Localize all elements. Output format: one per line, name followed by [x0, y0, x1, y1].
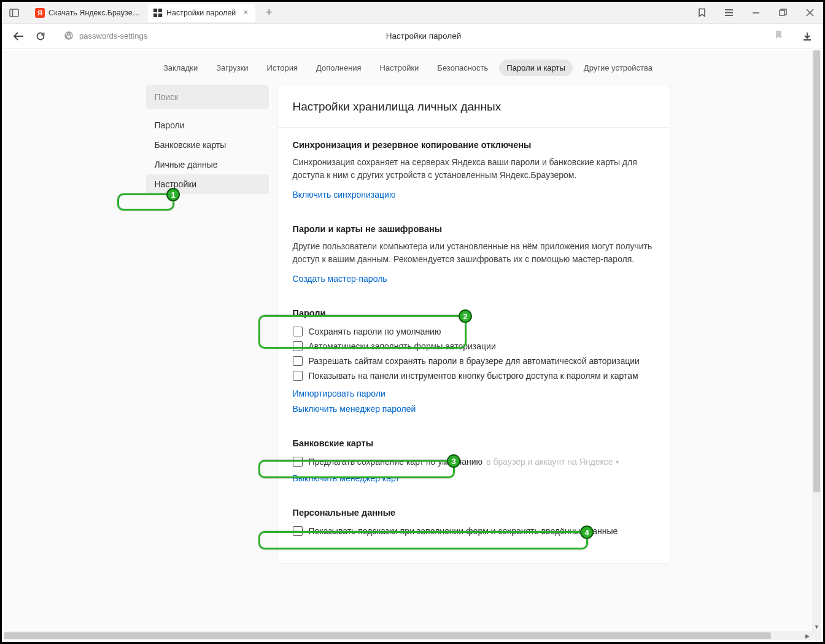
- settings-nav-item[interactable]: Загрузки: [209, 60, 255, 76]
- disable-card-manager-link[interactable]: Выключить менеджер карт: [293, 473, 400, 483]
- settings-nav-item[interactable]: Закладки: [156, 60, 205, 76]
- settings-nav-item[interactable]: История: [260, 60, 305, 76]
- window-maximize-button[interactable]: [769, 2, 796, 24]
- scrollbar-thumb[interactable]: [4, 632, 771, 639]
- scroll-right-arrow-icon[interactable]: ▶: [803, 631, 812, 640]
- svg-rect-14: [67, 35, 71, 38]
- yandex-favicon-icon: Я: [35, 8, 45, 18]
- new-tab-button[interactable]: +: [260, 4, 277, 21]
- sidebar-item[interactable]: Личные данные: [146, 155, 269, 174]
- cards-heading: Банковские карты: [293, 438, 655, 448]
- sync-heading: Синхронизация и резервное копирование от…: [293, 140, 655, 150]
- panel-toggle-button[interactable]: [6, 4, 23, 21]
- sidebar-item[interactable]: Банковские карты: [146, 135, 269, 155]
- svg-rect-0: [10, 9, 18, 17]
- sync-description: Синхронизация сохраняет на серверах Янде…: [293, 156, 655, 182]
- checkbox-icon: [293, 457, 303, 467]
- downloads-button[interactable]: [799, 28, 816, 45]
- browser-tab-inactive[interactable]: Я Скачать Яндекс.Браузер д: [30, 4, 147, 22]
- settings-body: Поиск ПаролиБанковские картыЛичные данны…: [4, 85, 812, 564]
- scroll-down-arrow-icon[interactable]: ▼: [812, 622, 821, 631]
- checkbox-icon: [293, 356, 303, 366]
- sidebar-item[interactable]: Настройки: [146, 174, 269, 194]
- passwords-heading: Пароли: [293, 308, 655, 318]
- back-button[interactable]: [9, 27, 28, 45]
- svg-rect-3: [158, 9, 162, 12]
- checkbox-label: Разрешать сайтам сохранять пароли в брау…: [309, 356, 640, 366]
- checkbox-save-cards[interactable]: Предлагать сохранение карт по умолчанию …: [293, 454, 655, 469]
- encryption-description: Другие пользователи компьютера или устан…: [293, 240, 655, 266]
- site-info-icon[interactable]: [64, 31, 74, 41]
- vertical-scrollbar[interactable]: ▲ ▼: [812, 50, 821, 631]
- settings-nav-item[interactable]: Другие устройства: [576, 60, 660, 76]
- address-bar: passwords-settings Настройки паролей: [2, 24, 823, 48]
- svg-rect-10: [780, 10, 784, 15]
- create-master-password-link[interactable]: Создать мастер-пароль: [293, 274, 387, 284]
- tab-label: Настройки паролей: [166, 9, 236, 17]
- svg-rect-4: [153, 14, 157, 17]
- checkbox-label: Показывать на панели инструментов кнопку…: [309, 371, 638, 381]
- checkbox-save-passwords[interactable]: Сохранять пароли по умолчанию: [293, 324, 655, 339]
- personal-section: Персональные данные Показывать подсказки…: [293, 508, 655, 538]
- settings-favicon-icon: [153, 8, 163, 18]
- enable-sync-link[interactable]: Включить синхронизацию: [293, 190, 396, 200]
- checkbox-icon: [293, 526, 303, 536]
- browser-tab-active[interactable]: Настройки паролей ×: [148, 4, 255, 22]
- bookmark-button[interactable]: [775, 30, 783, 42]
- checkbox-icon: [293, 371, 303, 381]
- checkbox-label: Автоматически заполнять формы авторизаци…: [309, 341, 496, 351]
- window-controls: [688, 2, 823, 24]
- window-minimize-button[interactable]: [742, 2, 769, 24]
- settings-search-input[interactable]: Поиск: [146, 85, 269, 109]
- personal-heading: Персональные данные: [293, 508, 655, 518]
- sidebar-item[interactable]: Пароли: [146, 115, 269, 135]
- settings-nav-item[interactable]: Настройки: [373, 60, 427, 76]
- encryption-heading: Пароли и карты не зашифрованы: [293, 224, 655, 234]
- checkbox-show-toolbar-button[interactable]: Показывать на панели инструментов кнопку…: [293, 368, 655, 383]
- address-text: passwords-settings: [79, 31, 147, 41]
- content-viewport: ЗакладкиЗагрузкиИсторияДополненияНастрой…: [4, 50, 812, 631]
- checkbox-label: Сохранять пароли по умолчанию: [309, 327, 441, 336]
- settings-nav-item[interactable]: Дополнения: [309, 60, 369, 76]
- svg-rect-5: [158, 14, 162, 17]
- window-close-button[interactable]: [796, 2, 823, 24]
- checkbox-autofill-forms[interactable]: Автоматически заполнять формы авторизаци…: [293, 339, 655, 354]
- checkbox-label: Показывать подсказки при заполнении форм…: [309, 526, 618, 536]
- scrollbar-thumb[interactable]: [813, 50, 820, 492]
- checkbox-show-form-hints[interactable]: Показывать подсказки при заполнении форм…: [293, 524, 655, 538]
- chevron-down-icon[interactable]: ▾: [616, 459, 619, 465]
- sync-section: Синхронизация и резервное копирование от…: [293, 140, 655, 204]
- settings-nav-item[interactable]: Безопасность: [430, 60, 495, 76]
- svg-rect-2: [153, 9, 157, 12]
- passwords-section: Пароли Сохранять пароли по умолчанию Авт…: [293, 308, 655, 419]
- menu-button[interactable]: [715, 2, 742, 24]
- panel-title: Настройки хранилища личных данных: [293, 100, 655, 114]
- checkbox-label: Предлагать сохранение карт по умолчанию: [309, 457, 483, 467]
- tab-close-button[interactable]: ×: [241, 8, 250, 18]
- disable-password-manager-link[interactable]: Выключить менеджер паролей: [293, 404, 416, 414]
- encryption-section: Пароли и карты не зашифрованы Другие пол…: [293, 224, 655, 289]
- checkbox-icon: [293, 327, 303, 336]
- settings-top-nav: ЗакладкиЗагрузкиИсторияДополненияНастрой…: [4, 50, 812, 85]
- settings-main-panel: Настройки хранилища личных данных Синхро…: [277, 85, 670, 564]
- checkbox-allow-sites-save[interactable]: Разрешать сайтам сохранять пароли в брау…: [293, 354, 655, 368]
- reload-button[interactable]: [31, 27, 50, 45]
- page-title-centered: Настройки паролей: [386, 31, 461, 41]
- bookmarks-tray-button[interactable]: [688, 2, 715, 24]
- tab-strip: Я Скачать Яндекс.Браузер д Настройки пар…: [2, 2, 823, 24]
- settings-sidebar: Поиск ПаролиБанковские картыЛичные данны…: [146, 85, 269, 564]
- horizontal-scrollbar[interactable]: ◀ ▶: [4, 631, 812, 640]
- tab-label: Скачать Яндекс.Браузер д: [48, 9, 142, 17]
- checkbox-icon: [293, 341, 303, 351]
- omnibox[interactable]: passwords-settings Настройки паролей: [58, 27, 789, 45]
- cards-section: Банковские карты Предлагать сохранение к…: [293, 438, 655, 488]
- search-placeholder: Поиск: [155, 92, 179, 102]
- settings-nav-item[interactable]: Пароли и карты: [499, 60, 573, 76]
- divider: [278, 127, 670, 128]
- import-passwords-link[interactable]: Импортировать пароли: [293, 389, 385, 398]
- cards-save-target-hint: в браузер и аккаунт на Яндексе: [486, 457, 613, 467]
- scroll-corner: [812, 631, 821, 640]
